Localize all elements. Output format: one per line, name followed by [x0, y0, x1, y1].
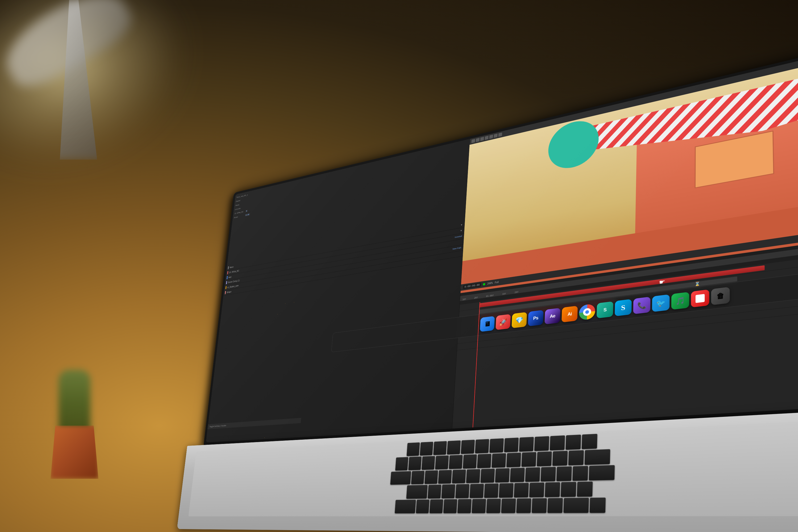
dock-icon-chrome[interactable]	[579, 304, 595, 321]
key-f[interactable]	[470, 484, 484, 498]
dock-icon-twitter[interactable]: 🐦	[652, 294, 669, 312]
ae-toolbar-icon-4[interactable]	[484, 136, 488, 140]
key-h[interactable]	[499, 483, 513, 498]
key-s[interactable]	[441, 484, 455, 498]
key-f12[interactable]	[582, 434, 597, 449]
key-i[interactable]	[510, 468, 525, 482]
key-w[interactable]	[424, 470, 438, 484]
ae-toolbar-icon-6[interactable]	[494, 134, 497, 138]
dock-icon-sketch[interactable]: 💎	[512, 312, 527, 328]
key-j[interactable]	[514, 483, 529, 497]
dock-icon-illustrator[interactable]: Ai	[562, 306, 578, 322]
ai-label: Ai	[567, 311, 572, 317]
key-up[interactable]	[589, 498, 605, 513]
timecode-display[interactable]: 0:00:00:00	[463, 283, 481, 289]
key-p[interactable]	[540, 467, 556, 482]
key-caps[interactable]	[406, 485, 428, 499]
key-x[interactable]	[429, 499, 443, 513]
key-3[interactable]	[435, 455, 449, 469]
dock-icon-viber[interactable]: 📞	[633, 297, 650, 314]
layer-color-15white	[227, 271, 228, 274]
dock-icon-trash[interactable]: 🗑	[711, 287, 730, 305]
dropdown-none-arrow[interactable]: ▼	[460, 224, 463, 226]
dock-icon-launchpad[interactable]: 🚀	[496, 314, 511, 330]
key-l[interactable]	[545, 482, 560, 497]
key-8[interactable]	[506, 453, 521, 467]
key-o[interactable]	[525, 467, 540, 482]
key-f7[interactable]	[504, 438, 519, 452]
key-esc[interactable]	[406, 442, 420, 456]
key-9[interactable]	[521, 452, 536, 467]
ae-toolbar-icon-7[interactable]	[498, 132, 502, 137]
key-1[interactable]	[408, 456, 421, 470]
key-t[interactable]	[466, 469, 480, 483]
key-return[interactable]	[589, 465, 615, 481]
prop-value-dropdown[interactable]: ▼	[245, 210, 248, 212]
key-e[interactable]	[438, 470, 452, 484]
key-slash[interactable]	[547, 498, 563, 513]
key-7[interactable]	[492, 453, 506, 468]
key-g[interactable]	[484, 483, 498, 498]
key-r[interactable]	[452, 470, 466, 483]
ruler-mark-4: 10f	[502, 292, 506, 295]
key-f8[interactable]	[519, 437, 534, 451]
key-f9[interactable]	[534, 436, 549, 451]
key-c[interactable]	[443, 499, 457, 513]
key-f5[interactable]	[475, 439, 489, 453]
key-minus[interactable]	[552, 451, 568, 466]
key-d[interactable]	[455, 484, 469, 498]
key-m[interactable]	[501, 498, 516, 513]
key-backtick[interactable]	[395, 457, 408, 471]
key-f6[interactable]	[489, 438, 504, 453]
dropdown-15white-arrow[interactable]: ▼	[460, 229, 462, 232]
dock-icon-finder[interactable]: 🖥	[480, 316, 495, 332]
key-backspace[interactable]	[584, 449, 610, 465]
key-comma[interactable]	[516, 498, 531, 513]
key-y[interactable]	[480, 469, 495, 483]
key-a[interactable]	[428, 484, 441, 498]
key-f11[interactable]	[566, 435, 581, 450]
quality-label[interactable]: Full	[495, 281, 499, 284]
key-6[interactable]	[477, 454, 491, 468]
go-to-start-icon[interactable]	[483, 283, 485, 285]
key-b[interactable]	[472, 499, 486, 513]
key-f4[interactable]	[461, 440, 475, 454]
ae-toolbar-icon-3[interactable]	[480, 137, 484, 141]
key-f10[interactable]	[550, 435, 565, 451]
key-tab[interactable]	[390, 471, 411, 485]
dock-icon-superstar[interactable]: S	[597, 301, 613, 318]
dock-icon-photoshop[interactable]: Ps	[528, 310, 544, 326]
modes-label[interactable]: Toggle Switches / Modes	[209, 424, 226, 428]
ae-toolbar-icon-1[interactable]	[471, 139, 475, 143]
key-0[interactable]	[536, 451, 552, 466]
key-equal[interactable]	[568, 450, 584, 465]
zoom-level[interactable]: 200%	[487, 282, 493, 285]
key-f1[interactable]	[420, 442, 433, 456]
key-quote[interactable]	[577, 482, 592, 497]
s-label: S	[603, 307, 607, 312]
key-n[interactable]	[486, 499, 501, 513]
dock-icon-square[interactable]	[691, 289, 709, 307]
key-k[interactable]	[529, 482, 544, 497]
key-f3[interactable]	[447, 440, 461, 455]
key-z[interactable]	[416, 499, 429, 513]
ae-toolbar-icon-5[interactable]	[489, 135, 493, 139]
key-rbracket[interactable]	[572, 466, 588, 481]
ae-toolbar-icon-2[interactable]	[476, 138, 480, 142]
key-period[interactable]	[531, 498, 547, 513]
key-q[interactable]	[411, 471, 424, 484]
key-4[interactable]	[449, 455, 462, 469]
key-lbracket[interactable]	[556, 466, 572, 481]
layer-value-cc: New Path	[453, 247, 461, 250]
key-shift-r[interactable]	[564, 498, 589, 513]
key-semicolon[interactable]	[560, 482, 576, 497]
key-2[interactable]	[421, 456, 435, 470]
key-v[interactable]	[457, 499, 471, 513]
dock-icon-after-effects[interactable]: Ae	[545, 308, 560, 324]
key-u[interactable]	[495, 468, 510, 482]
dock-icon-skype[interactable]: S	[615, 299, 632, 316]
dock-icon-spotify[interactable]: 🎵	[671, 292, 689, 310]
key-shift-l[interactable]	[395, 500, 416, 513]
key-5[interactable]	[463, 454, 477, 469]
key-f2[interactable]	[433, 441, 446, 455]
